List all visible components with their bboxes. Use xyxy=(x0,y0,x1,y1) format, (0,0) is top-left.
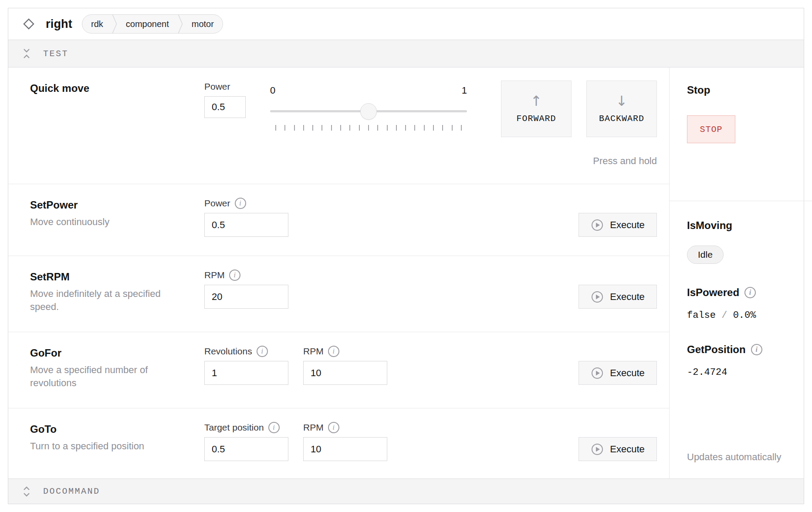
setrpm-rpm-input[interactable] xyxy=(204,285,288,309)
play-icon xyxy=(591,367,604,380)
slider-tick xyxy=(414,125,415,131)
ismoving-title: IsMoving xyxy=(687,219,812,232)
slider-handle[interactable] xyxy=(360,103,377,120)
updates-note: Updates automatically xyxy=(687,451,812,463)
gofor-execute-button[interactable]: Execute xyxy=(579,361,657,385)
slider-tick xyxy=(396,125,397,131)
gofor-revolutions-input[interactable] xyxy=(204,361,288,385)
slider-tick xyxy=(340,125,341,131)
setrpm-description: Move indefinitely at a specified speed. xyxy=(30,287,174,313)
breadcrumb-component: component xyxy=(117,19,178,29)
goto-rpm-label: RPM xyxy=(303,422,324,433)
breadcrumb-motor: motor xyxy=(183,19,223,29)
slider-tick xyxy=(359,125,360,131)
setpower-power-input[interactable] xyxy=(204,213,288,237)
info-icon[interactable]: i xyxy=(328,346,339,357)
docommand-section-header[interactable]: DOCOMMAND xyxy=(8,478,804,504)
goto-description: Turn to a specified position xyxy=(30,440,174,453)
info-icon[interactable]: i xyxy=(328,422,339,433)
setpower-execute-label: Execute xyxy=(610,219,645,231)
gofor-title: GoFor xyxy=(30,347,204,359)
goto-title: GoTo xyxy=(30,423,204,435)
slider-tick xyxy=(321,125,322,131)
chevron-separator-icon xyxy=(112,14,117,34)
ispowered-value: false / 0.0% xyxy=(687,310,812,321)
gofor-rpm-input[interactable] xyxy=(303,361,387,385)
getposition-title: GetPosition xyxy=(687,344,746,356)
arrow-down-icon: ↓ xyxy=(616,94,628,108)
expand-icon xyxy=(21,485,32,498)
test-section-header[interactable]: TEST xyxy=(8,40,804,67)
gofor-rpm-label: RPM xyxy=(303,346,324,357)
arrow-up-icon: ↑ xyxy=(531,94,542,108)
stop-title: Stop xyxy=(687,84,812,96)
forward-button-label: FORWARD xyxy=(516,114,556,124)
status-sidebar: Stop STOP IsMoving Idle IsPowered i fals… xyxy=(670,67,812,478)
slider-tick xyxy=(294,125,295,131)
info-icon[interactable]: i xyxy=(257,346,268,357)
setrpm-rpm-label: RPM xyxy=(204,270,225,280)
play-icon xyxy=(591,443,604,456)
goto-target-position-input[interactable] xyxy=(204,437,288,461)
setpower-title: SetPower xyxy=(30,199,204,211)
setrpm-title: SetRPM xyxy=(30,271,204,283)
breadcrumb-rdk: rdk xyxy=(82,19,112,29)
slider-tick xyxy=(349,125,350,131)
stop-button[interactable]: STOP xyxy=(687,115,735,143)
motor-card: right rdk component motor TEST Quick mov… xyxy=(8,8,804,504)
press-and-hold-hint: Press and hold xyxy=(501,155,657,167)
gofor-description: Move a specified number of revolutions xyxy=(30,364,174,390)
setrpm-execute-label: Execute xyxy=(610,291,645,303)
setpower-description: Move continuously xyxy=(30,216,174,229)
setpower-row: SetPower Move continuously Power i xyxy=(8,184,669,256)
goto-target-position-label: Target position xyxy=(204,422,264,433)
slider-tick xyxy=(368,125,369,131)
gofor-execute-label: Execute xyxy=(610,367,645,379)
stop-section: Stop STOP xyxy=(670,67,812,201)
ismoving-status-badge: Idle xyxy=(687,246,724,264)
info-icon[interactable]: i xyxy=(744,287,756,298)
slider-tick xyxy=(312,125,313,131)
slider-min-label: 0 xyxy=(270,85,275,96)
slider-track[interactable] xyxy=(270,96,467,122)
breadcrumb: rdk component motor xyxy=(82,14,223,34)
ispowered-title: IsPowered xyxy=(687,286,739,299)
chevron-separator-icon xyxy=(178,14,183,34)
slider-tick xyxy=(405,125,406,131)
component-diamond-icon xyxy=(21,17,36,31)
test-panel: Quick move Power 0 1 xyxy=(8,67,670,478)
info-icon[interactable]: i xyxy=(751,344,762,355)
setpower-execute-button[interactable]: Execute xyxy=(579,213,657,237)
info-icon[interactable]: i xyxy=(268,422,280,433)
goto-rpm-input[interactable] xyxy=(303,437,387,461)
goto-execute-label: Execute xyxy=(610,444,645,455)
slider-tick xyxy=(331,125,332,131)
backward-button-label: BACKWARD xyxy=(599,114,644,124)
backward-button[interactable]: ↓ BACKWARD xyxy=(586,81,657,137)
quick-move-row: Quick move Power 0 1 xyxy=(8,67,669,184)
slider-tick xyxy=(433,125,434,131)
component-name: right xyxy=(46,17,72,31)
slider-tick xyxy=(284,125,285,131)
slider-max-label: 1 xyxy=(462,85,467,96)
slider-tick xyxy=(452,125,453,131)
setrpm-row: SetRPM Move indefinitely at a specified … xyxy=(8,256,669,332)
gofor-revolutions-label: Revolutions xyxy=(204,346,252,357)
play-icon xyxy=(591,219,604,232)
slider-tick xyxy=(377,125,378,131)
quick-move-power-input[interactable] xyxy=(204,96,246,118)
slider-tick xyxy=(424,125,425,131)
goto-execute-button[interactable]: Execute xyxy=(579,437,657,461)
slider-tick xyxy=(442,125,443,131)
quick-move-title: Quick move xyxy=(30,82,204,94)
slider-ticks xyxy=(270,122,467,131)
getposition-value: -2.4724 xyxy=(687,367,812,378)
goto-row: GoTo Turn to a specified position Target… xyxy=(8,408,669,478)
info-icon[interactable]: i xyxy=(235,198,246,209)
info-icon[interactable]: i xyxy=(229,269,240,281)
forward-button[interactable]: ↑ FORWARD xyxy=(501,81,572,137)
play-icon xyxy=(591,290,604,303)
setrpm-execute-button[interactable]: Execute xyxy=(579,285,657,309)
gofor-row: GoFor Move a specified number of revolut… xyxy=(8,332,669,408)
power-label: Power xyxy=(204,81,246,93)
